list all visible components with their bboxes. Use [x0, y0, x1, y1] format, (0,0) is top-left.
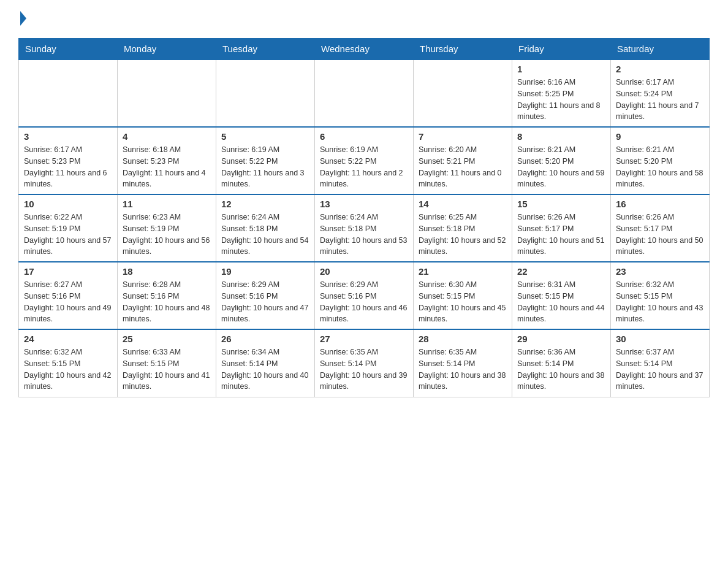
day-number: 29 [517, 334, 605, 344]
day-info: Sunrise: 6:22 AMSunset: 5:19 PMDaylight:… [24, 212, 112, 258]
day-info: Sunrise: 6:19 AMSunset: 5:22 PMDaylight:… [221, 144, 309, 190]
day-info: Sunrise: 6:36 AMSunset: 5:14 PMDaylight:… [517, 347, 605, 393]
calendar-cell: 14Sunrise: 6:25 AMSunset: 5:18 PMDayligh… [414, 194, 512, 262]
calendar-cell: 23Sunrise: 6:32 AMSunset: 5:15 PMDayligh… [611, 262, 710, 329]
calendar-cell: 21Sunrise: 6:30 AMSunset: 5:15 PMDayligh… [414, 262, 512, 329]
day-number: 14 [419, 199, 507, 209]
day-info: Sunrise: 6:32 AMSunset: 5:15 PMDaylight:… [616, 279, 704, 325]
day-info: Sunrise: 6:34 AMSunset: 5:14 PMDaylight:… [221, 347, 309, 393]
day-info: Sunrise: 6:29 AMSunset: 5:16 PMDaylight:… [320, 279, 408, 325]
weekday-header-thursday: Thursday [414, 39, 512, 60]
day-number: 23 [616, 266, 704, 277]
calendar-cell: 7Sunrise: 6:20 AMSunset: 5:21 PMDaylight… [414, 127, 512, 194]
day-number: 17 [24, 266, 112, 277]
calendar-cell [216, 59, 315, 127]
calendar-cell: 12Sunrise: 6:24 AMSunset: 5:18 PMDayligh… [216, 194, 315, 262]
day-number: 4 [123, 131, 211, 142]
calendar-cell: 25Sunrise: 6:33 AMSunset: 5:15 PMDayligh… [118, 329, 216, 397]
weekday-header-monday: Monday [118, 39, 216, 60]
day-info: Sunrise: 6:20 AMSunset: 5:21 PMDaylight:… [419, 144, 507, 190]
day-number: 3 [24, 131, 112, 142]
weekday-header-wednesday: Wednesday [315, 39, 414, 60]
logo-arrow-icon [20, 11, 26, 26]
day-info: Sunrise: 6:33 AMSunset: 5:15 PMDaylight:… [123, 347, 211, 393]
calendar-cell: 27Sunrise: 6:35 AMSunset: 5:14 PMDayligh… [315, 329, 414, 397]
day-info: Sunrise: 6:17 AMSunset: 5:24 PMDaylight:… [616, 77, 704, 123]
day-info: Sunrise: 6:35 AMSunset: 5:14 PMDaylight:… [419, 347, 507, 393]
calendar-cell: 3Sunrise: 6:17 AMSunset: 5:23 PMDaylight… [19, 127, 118, 194]
calendar-cell: 30Sunrise: 6:37 AMSunset: 5:14 PMDayligh… [611, 329, 710, 397]
calendar-cell [118, 59, 216, 127]
day-info: Sunrise: 6:27 AMSunset: 5:16 PMDaylight:… [24, 279, 112, 325]
week-row-3: 10Sunrise: 6:22 AMSunset: 5:19 PMDayligh… [19, 194, 710, 262]
calendar-cell: 10Sunrise: 6:22 AMSunset: 5:19 PMDayligh… [19, 194, 118, 262]
day-info: Sunrise: 6:30 AMSunset: 5:15 PMDaylight:… [419, 279, 507, 325]
day-info: Sunrise: 6:31 AMSunset: 5:15 PMDaylight:… [517, 279, 605, 325]
calendar-cell: 8Sunrise: 6:21 AMSunset: 5:20 PMDaylight… [512, 127, 611, 194]
calendar-cell: 6Sunrise: 6:19 AMSunset: 5:22 PMDaylight… [315, 127, 414, 194]
calendar-cell: 15Sunrise: 6:26 AMSunset: 5:17 PMDayligh… [512, 194, 611, 262]
day-info: Sunrise: 6:24 AMSunset: 5:18 PMDaylight:… [221, 212, 309, 258]
day-number: 1 [517, 64, 605, 74]
day-number: 6 [320, 131, 408, 142]
calendar-cell: 2Sunrise: 6:17 AMSunset: 5:24 PMDaylight… [611, 59, 710, 127]
calendar-header-row: SundayMondayTuesdayWednesdayThursdayFrid… [19, 39, 710, 60]
calendar-table: SundayMondayTuesdayWednesdayThursdayFrid… [18, 38, 710, 397]
calendar-cell: 13Sunrise: 6:24 AMSunset: 5:18 PMDayligh… [315, 194, 414, 262]
calendar-cell: 1Sunrise: 6:16 AMSunset: 5:25 PMDaylight… [512, 59, 611, 127]
day-number: 20 [320, 266, 408, 277]
week-row-1: 1Sunrise: 6:16 AMSunset: 5:25 PMDaylight… [19, 59, 710, 127]
weekday-header-sunday: Sunday [19, 39, 118, 60]
calendar-cell: 19Sunrise: 6:29 AMSunset: 5:16 PMDayligh… [216, 262, 315, 329]
day-info: Sunrise: 6:21 AMSunset: 5:20 PMDaylight:… [517, 144, 605, 190]
day-number: 22 [517, 266, 605, 277]
day-info: Sunrise: 6:23 AMSunset: 5:19 PMDaylight:… [123, 212, 211, 258]
day-number: 16 [616, 199, 704, 209]
day-number: 5 [221, 131, 309, 142]
day-number: 9 [616, 131, 704, 142]
day-number: 28 [419, 334, 507, 344]
calendar-cell: 18Sunrise: 6:28 AMSunset: 5:16 PMDayligh… [118, 262, 216, 329]
day-number: 8 [517, 131, 605, 142]
calendar-cell [19, 59, 118, 127]
calendar-cell [315, 59, 414, 127]
day-number: 7 [419, 131, 507, 142]
calendar-cell: 29Sunrise: 6:36 AMSunset: 5:14 PMDayligh… [512, 329, 611, 397]
day-number: 26 [221, 334, 309, 344]
calendar-cell: 26Sunrise: 6:34 AMSunset: 5:14 PMDayligh… [216, 329, 315, 397]
day-info: Sunrise: 6:28 AMSunset: 5:16 PMDaylight:… [123, 279, 211, 325]
calendar-cell: 28Sunrise: 6:35 AMSunset: 5:14 PMDayligh… [414, 329, 512, 397]
day-number: 30 [616, 334, 704, 344]
day-number: 12 [221, 199, 309, 209]
day-number: 2 [616, 64, 704, 74]
week-row-5: 24Sunrise: 6:32 AMSunset: 5:15 PMDayligh… [19, 329, 710, 397]
day-info: Sunrise: 6:16 AMSunset: 5:25 PMDaylight:… [517, 77, 605, 123]
weekday-header-tuesday: Tuesday [216, 39, 315, 60]
calendar-cell: 17Sunrise: 6:27 AMSunset: 5:16 PMDayligh… [19, 262, 118, 329]
day-info: Sunrise: 6:18 AMSunset: 5:23 PMDaylight:… [123, 144, 211, 190]
day-number: 21 [419, 266, 507, 277]
day-info: Sunrise: 6:29 AMSunset: 5:16 PMDaylight:… [221, 279, 309, 325]
day-info: Sunrise: 6:17 AMSunset: 5:23 PMDaylight:… [24, 144, 112, 190]
calendar-cell: 16Sunrise: 6:26 AMSunset: 5:17 PMDayligh… [611, 194, 710, 262]
day-number: 25 [123, 334, 211, 344]
day-info: Sunrise: 6:19 AMSunset: 5:22 PMDaylight:… [320, 144, 408, 190]
day-info: Sunrise: 6:26 AMSunset: 5:17 PMDaylight:… [616, 212, 704, 258]
day-info: Sunrise: 6:37 AMSunset: 5:14 PMDaylight:… [616, 347, 704, 393]
day-number: 24 [24, 334, 112, 344]
week-row-4: 17Sunrise: 6:27 AMSunset: 5:16 PMDayligh… [19, 262, 710, 329]
weekday-header-saturday: Saturday [611, 39, 710, 60]
weekday-header-friday: Friday [512, 39, 611, 60]
day-info: Sunrise: 6:25 AMSunset: 5:18 PMDaylight:… [419, 212, 507, 258]
week-row-2: 3Sunrise: 6:17 AMSunset: 5:23 PMDaylight… [19, 127, 710, 194]
day-number: 15 [517, 199, 605, 209]
calendar-cell: 22Sunrise: 6:31 AMSunset: 5:15 PMDayligh… [512, 262, 611, 329]
day-number: 11 [123, 199, 211, 209]
day-number: 10 [24, 199, 112, 209]
page-header [18, 12, 710, 26]
day-number: 13 [320, 199, 408, 209]
calendar-cell: 5Sunrise: 6:19 AMSunset: 5:22 PMDaylight… [216, 127, 315, 194]
calendar-cell: 11Sunrise: 6:23 AMSunset: 5:19 PMDayligh… [118, 194, 216, 262]
logo [18, 12, 26, 26]
day-number: 18 [123, 266, 211, 277]
